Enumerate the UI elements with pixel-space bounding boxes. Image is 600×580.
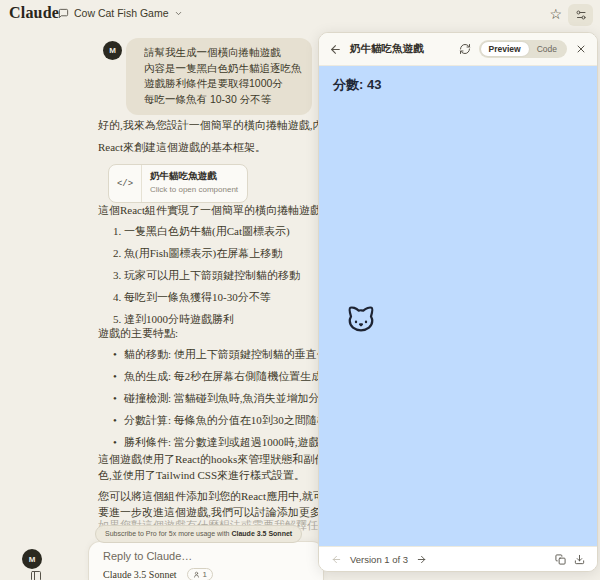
banner-model-name: Claude 3.5 Sonnet (231, 530, 292, 537)
feature-item: 勝利條件: 當分數達到或超過1000時,遊戲結束並 (113, 433, 353, 451)
person-icon (193, 571, 200, 578)
usage-count: 1 (203, 570, 207, 579)
version-next-button[interactable] (416, 554, 427, 565)
artifact-subtitle: Click to open component (150, 185, 238, 194)
close-icon (575, 43, 587, 55)
assistant-text: 這個React組件實現了一個簡單的橫向捲軸遊戲,其中 (98, 201, 346, 219)
arrow-left-icon (331, 554, 342, 565)
download-icon (574, 554, 585, 565)
assistant-text: 好的,我來為您設計一個簡單的橫向捲軸遊戲,內容是 (98, 116, 346, 134)
assistant-text: React來創建這個遊戲的基本框架。 (98, 138, 266, 156)
usage-badge: 1 (187, 568, 213, 580)
numbered-item: 2. 魚(用Fish圖標表示)在屏幕上移動 (113, 244, 282, 262)
arrow-right-icon (416, 554, 427, 565)
code-icon: </> (109, 165, 142, 202)
numbered-item: 1. 一隻黑白色奶牛貓(用Cat圖標表示) (113, 222, 290, 240)
model-selector[interactable]: Claude 3.5 Sonnet (103, 569, 177, 580)
version-indicator: Version 1 of 3 (350, 554, 408, 565)
game-preview[interactable]: 分數: 43 (319, 66, 597, 546)
copy-button[interactable] (555, 554, 566, 565)
download-button[interactable] (574, 554, 585, 565)
cat-icon (346, 304, 376, 334)
copy-icon (555, 554, 566, 565)
feature-item: 貓的移動: 使用上下箭頭鍵控制貓的垂直位置。 (113, 345, 350, 363)
artifact-title: 奶牛貓吃魚遊戲 (150, 170, 238, 183)
model-row: Claude 3.5 Sonnet 1 (103, 568, 213, 580)
subscribe-banner[interactable]: Subscribe to Pro for 5x more usage with … (95, 525, 302, 543)
sidebar-panel-icon[interactable] (30, 570, 42, 580)
artifact-card[interactable]: </> 奶牛貓吃魚遊戲 Click to open component (108, 164, 248, 203)
score-label: 分數: 43 (333, 76, 381, 94)
back-button[interactable] (329, 43, 342, 56)
sliders-icon (575, 9, 587, 21)
chat-bubble-icon (58, 8, 69, 19)
close-button[interactable] (575, 43, 587, 55)
artifact-card-text: 奶牛貓吃魚遊戲 Click to open component (142, 165, 246, 202)
assistant-text: 色,並使用了Tailwind CSS來進行樣式設置。 (98, 466, 305, 484)
numbered-item: 4. 每吃到一條魚獲得10-30分不等 (113, 288, 271, 306)
code-glyph: </> (117, 179, 133, 189)
artifact-panel-header: 奶牛貓吃魚遊戲 Preview Code (319, 33, 597, 66)
artifact-panel-footer: Version 1 of 3 (319, 546, 597, 571)
reply-input[interactable]: Reply to Claude… (103, 550, 192, 562)
user-avatar: M (22, 549, 42, 569)
feature-item: 分數計算: 每條魚的分值在10到30之間隨機。 (113, 411, 339, 429)
settings-button[interactable] (568, 4, 593, 26)
version-prev-button[interactable] (331, 554, 342, 565)
star-icon[interactable]: ☆ (549, 6, 562, 22)
features-heading: 遊戲的主要特點: (98, 324, 178, 342)
feature-item: 碰撞檢測: 當貓碰到魚時,魚消失並增加分數。 (113, 389, 342, 407)
refresh-icon (459, 43, 471, 55)
tab-code[interactable]: Code (529, 42, 565, 56)
refresh-button[interactable] (459, 43, 471, 55)
artifact-panel-title: 奶牛貓吃魚遊戲 (350, 42, 424, 56)
reply-box[interactable]: Reply to Claude… Claude 3.5 Sonnet 1 (88, 541, 324, 580)
tab-preview[interactable]: Preview (481, 42, 529, 56)
claude-logo: Claude (9, 4, 59, 22)
arrow-left-icon (329, 43, 342, 56)
numbered-item: 3. 玩家可以用上下箭頭鍵控制貓的移動 (113, 266, 300, 284)
avatar-initial: M (29, 555, 36, 564)
banner-text: Subscribe to Pro for 5x more usage with (105, 530, 231, 537)
app-window: Claude Cow Cat Fish Game ☆ M 請幫我生成一個橫向捲軸… (0, 0, 600, 580)
artifact-panel: 奶牛貓吃魚遊戲 Preview Code 分數: 43 Version 1 (318, 32, 598, 572)
preview-code-toggle: Preview Code (479, 40, 567, 58)
